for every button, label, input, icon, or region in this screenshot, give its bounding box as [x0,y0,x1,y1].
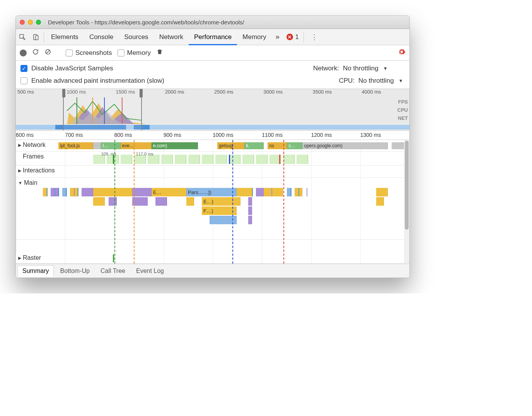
screenshots-checkbox[interactable] [66,49,73,56]
track-network-header[interactable]: ▶ Network [16,140,48,150]
track-interactions-header[interactable]: ▶ Interactions [16,165,57,176]
flame-chart[interactable]: ▶ Network ipt_foot.jsI…eve…e.com)getsugl… [16,140,409,264]
inspect-element-icon[interactable] [16,29,29,45]
frame-bar[interactable] [297,155,308,164]
network-request-bar[interactable]: ipt_foot.js [58,142,93,149]
reload-icon[interactable] [32,48,39,57]
trash-icon[interactable] [156,48,163,57]
flame-bar[interactable] [287,188,291,196]
flame-bar[interactable] [237,188,252,196]
flame-bar[interactable] [155,197,167,206]
chevron-down-icon: ▼ [18,181,22,185]
memory-label: Memory [127,49,151,57]
flame-bar[interactable] [248,206,252,215]
memory-checkbox[interactable] [118,49,124,56]
screenshots-checkbox-row: Screenshots [66,49,112,57]
frame-bar[interactable] [215,155,227,164]
flame-bar[interactable] [43,188,47,196]
flame-bar[interactable] [82,188,93,196]
network-request-bar[interactable]: opers.google.com) [302,142,387,149]
flame-bar[interactable] [376,197,384,206]
track-frames-label: Frames [23,153,44,160]
network-request-bar[interactable]: e.com) [152,142,198,149]
track-raster-header[interactable]: ▶ Raster [16,253,43,263]
flame-bar[interactable] [376,188,388,196]
frame-bar[interactable] [229,155,240,164]
viewport-handle-left[interactable] [62,89,65,97]
tab-performance[interactable]: Performance [189,29,237,45]
frame-bar[interactable] [188,155,200,164]
network-throttle-label: Network: [313,65,339,72]
details-tab-event-log[interactable]: Event Log [131,266,169,276]
error-indicator[interactable]: ✕ 1 [283,29,302,45]
flame-bar[interactable] [210,216,237,224]
flame-bar[interactable]: F…) [202,206,237,215]
flame-bar[interactable]: E… [152,188,186,196]
frame-bar[interactable] [202,155,213,164]
frame-bar[interactable] [242,155,254,164]
menu-kebab-icon[interactable]: ⋮ [305,29,323,45]
track-main[interactable]: ▼ Main E…Pars……])E…)F…) [16,178,409,240]
flame-bar[interactable] [62,188,66,196]
network-request-bar[interactable]: li. [244,142,264,149]
flame-bar[interactable] [93,197,105,206]
track-main-label: Main [24,179,38,186]
overview-viewport[interactable] [63,89,142,130]
flame-bar[interactable]: E…) [202,197,240,206]
flame-bar[interactable] [248,216,252,224]
track-raster[interactable]: ▶ Raster [16,253,409,264]
timeline-overview[interactable]: 500 ms1000 ms1500 ms2000 ms2500 ms3000 m… [16,89,409,131]
flame-bar[interactable] [109,197,116,206]
divider [304,31,304,43]
close-window-button[interactable] [20,20,25,25]
flame-bar[interactable] [93,188,132,196]
settings-gear-icon[interactable] [398,48,406,58]
network-request-bar[interactable]: c… [287,142,302,149]
network-request-bar[interactable]: ns [268,142,287,149]
ruler-tick: 700 ms [65,132,83,138]
frame-bar[interactable] [161,155,173,164]
tab-console[interactable]: Console [84,29,119,45]
vertical-scrollbar[interactable] [404,140,409,264]
record-button[interactable] [20,49,27,56]
cpu-throttle-select[interactable]: No throttling ▼ [358,77,405,85]
scroll-thumb[interactable] [405,141,409,230]
disable-js-samples-checkbox[interactable]: ✓ [20,65,27,72]
network-request-bar[interactable]: eve… [121,142,152,149]
tab-memory[interactable]: Memory [237,29,271,45]
tab-network[interactable]: Network [154,29,189,45]
tab-elements[interactable]: Elements [46,29,84,45]
flame-bar[interactable] [264,188,283,196]
frame-bar[interactable] [283,155,295,164]
track-frames-header[interactable]: Frames [16,152,46,162]
track-main-header[interactable]: ▼ Main [16,178,40,188]
frame-bar[interactable] [121,155,132,164]
viewport-handle-right[interactable] [140,89,143,97]
flame-bar[interactable] [248,197,252,206]
paint-instrumentation-checkbox[interactable] [20,77,27,84]
flame-bar[interactable] [186,197,194,206]
track-network[interactable]: ▶ Network ipt_foot.jsI…eve…e.com)getsugl… [16,140,409,152]
flame-bar[interactable] [132,188,152,196]
clear-icon[interactable] [44,48,51,57]
frame-bar[interactable] [256,155,268,164]
track-interactions[interactable]: ▶ Interactions [16,165,409,178]
details-tab-summary[interactable]: Summary [17,265,54,277]
details-tab-bottom-up[interactable]: Bottom-Up [55,266,94,276]
network-request-bar[interactable] [93,142,101,149]
zoom-window-button[interactable] [36,20,41,25]
details-tab-call-tree[interactable]: Call Tree [96,266,130,276]
tab-sources[interactable]: Sources [119,29,153,45]
minimize-window-button[interactable] [28,20,33,25]
ruler-tick: 1000 ms [213,132,234,138]
tabs-overflow-button[interactable]: » [272,29,283,45]
network-throttle-select[interactable]: No throttling ▼ [343,65,405,72]
frame-bar[interactable] [175,155,186,164]
flame-bar[interactable] [132,197,148,206]
flame-bar[interactable]: Pars……]) [186,188,237,196]
network-request-bar[interactable]: getsug [217,142,244,149]
overview-tick: 500 ms [16,89,65,97]
device-toggle-icon[interactable] [29,29,42,45]
track-frames[interactable]: Frames 656.5 ms109. ms117.0 ms [16,152,409,165]
network-request-bar[interactable]: I… [101,142,120,149]
